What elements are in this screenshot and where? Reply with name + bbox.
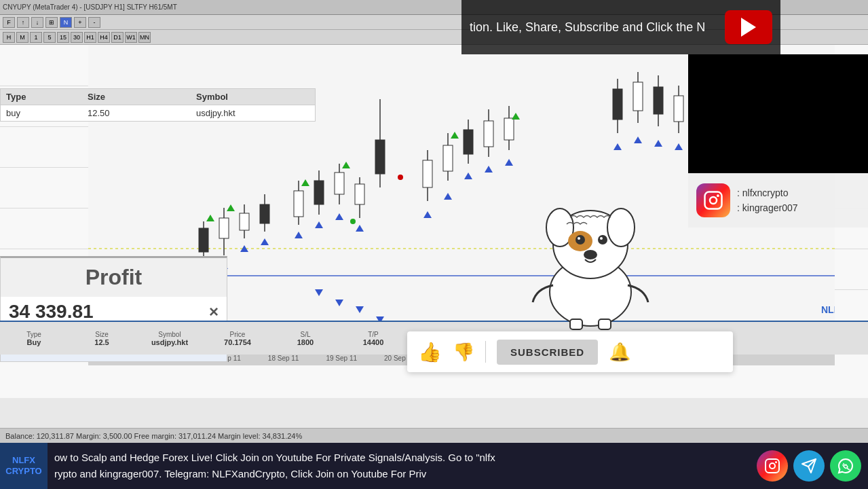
status-text: Balance: 120,311.87 Margin: 3,500.00 Fre… — [5, 432, 302, 440]
svg-rect-18 — [355, 184, 364, 204]
toolbar-btn-11[interactable]: 5 — [43, 32, 56, 43]
svg-rect-30 — [504, 118, 514, 140]
svg-rect-16 — [335, 173, 344, 194]
table-col-type: Type Buy — [7, 331, 61, 346]
svg-point-91 — [578, 237, 580, 240]
svg-point-97 — [770, 463, 775, 469]
toolbar-btn-14[interactable]: H1 — [84, 32, 96, 43]
svg-rect-24 — [443, 145, 453, 171]
toolbar-btn-13[interactable]: 30 — [71, 32, 83, 43]
svg-rect-10 — [260, 204, 269, 223]
nlfx-logo-line2: CRYPTO — [5, 466, 41, 477]
svg-point-92 — [600, 237, 603, 240]
svg-rect-38 — [674, 96, 683, 122]
bottom-ticker: ow to Scalp and Hedge Forex Live! Click … — [48, 450, 757, 482]
nlfx-logo: NLFX CRYPTO — [0, 443, 48, 489]
notification-text: tion. Like, Share, Subscribe and Click t… — [470, 20, 718, 35]
youtube-button[interactable] — [725, 10, 772, 44]
svg-point-90 — [598, 235, 607, 244]
toolbar-btn-2[interactable]: ↑ — [17, 17, 29, 28]
profit-label: Profit — [1, 258, 227, 297]
svg-point-98 — [775, 461, 777, 463]
toolbar-btn-10[interactable]: 1 — [30, 32, 42, 43]
youtube-play-icon — [741, 18, 756, 37]
dog-mascot — [509, 183, 672, 333]
table-col-sl: S/L 1800 — [278, 331, 333, 346]
subscribed-button[interactable]: SUBSCRIBED — [497, 340, 598, 365]
bottom-social-icons — [757, 450, 868, 482]
svg-rect-6 — [219, 218, 229, 238]
telegram-icon[interactable] — [793, 450, 825, 482]
toolbar-btn-4[interactable]: ⊞ — [45, 17, 58, 28]
toolbar-btn-5[interactable]: N — [60, 17, 72, 28]
svg-point-75 — [398, 175, 403, 180]
trade-symbol: usdjpy.hkt — [196, 108, 309, 118]
dislike-button[interactable]: 👎 — [453, 342, 474, 363]
svg-point-83 — [717, 194, 719, 197]
svg-rect-34 — [633, 82, 643, 111]
trade-info-header: Type Size Symbol — [1, 89, 315, 105]
svg-rect-28 — [484, 121, 493, 147]
svg-text:NLFX: NLFX — [821, 304, 835, 315]
timeline-date-4: 18 Sep 11 — [268, 355, 299, 362]
svg-point-93 — [584, 250, 597, 259]
svg-rect-4 — [199, 228, 208, 252]
notification-bar: tion. Like, Share, Subscribe and Click t… — [461, 0, 780, 54]
bottom-bar: NLFX CRYPTO ow to Scalp and Hedge Forex … — [0, 443, 868, 489]
instagram-text: : nlfxncrypto : kingrager007 — [737, 185, 798, 216]
col-symbol-header: Symbol — [196, 92, 309, 102]
svg-point-82 — [710, 197, 717, 204]
toolbar-btn-7[interactable]: - — [88, 17, 100, 28]
trade-info-panel: Type Size Symbol buy 12.50 usdjpy.hkt — [0, 88, 316, 122]
svg-rect-26 — [464, 130, 473, 154]
svg-point-87 — [607, 209, 635, 247]
nlfx-logo-line1: NLFX — [12, 455, 35, 466]
trade-info-row: buy 12.50 usdjpy.hkt — [1, 105, 315, 121]
profit-value: 34 339.81 — [9, 301, 94, 323]
toolbar-btn-3[interactable]: ↓ — [31, 17, 43, 28]
toolbar-btn-18[interactable]: MN — [138, 32, 151, 43]
svg-rect-95 — [599, 319, 611, 329]
ticker-line1: ow to Scalp and Hedge Forex Live! Click … — [54, 450, 750, 466]
svg-rect-22 — [423, 160, 432, 187]
svg-rect-20 — [375, 140, 385, 174]
status-bar: Balance: 120,311.87 Margin: 3,500.00 Fre… — [0, 428, 868, 443]
timeline-date-5: 19 Sep 11 — [326, 355, 357, 362]
profit-close-button[interactable]: × — [209, 302, 219, 321]
instagram-panel: : nlfxncrypto : kingrager007 — [688, 173, 868, 228]
svg-rect-94 — [570, 319, 582, 329]
ticker-line2: rypto and kingrager007. Telegram: NLFXan… — [54, 466, 750, 482]
svg-rect-32 — [613, 89, 622, 120]
svg-rect-96 — [766, 459, 779, 473]
whatsapp-icon[interactable] — [830, 450, 861, 482]
trade-size: 12.50 — [88, 108, 196, 118]
col-size-header: Size — [88, 92, 196, 102]
svg-rect-14 — [314, 181, 324, 204]
toolbar-btn-15[interactable]: H4 — [98, 32, 110, 43]
like-button[interactable]: 👍 — [418, 341, 442, 363]
ig-handle2: : kingrager007 — [737, 200, 798, 215]
separator — [485, 341, 486, 363]
svg-point-89 — [575, 235, 585, 244]
instagram-logo-icon — [696, 183, 730, 217]
instagram-icon[interactable] — [757, 450, 788, 482]
toolbar-btn-16[interactable]: D1 — [111, 32, 124, 43]
toolbar-btn-9[interactable]: M — [16, 32, 29, 43]
toolbar-btn-12[interactable]: 15 — [57, 32, 69, 43]
col-type-header: Type — [6, 92, 88, 102]
svg-point-74 — [350, 219, 356, 224]
toolbar-btn-17[interactable]: W1 — [125, 32, 137, 43]
trade-type: buy — [6, 108, 88, 118]
table-col-symbol: Symbol usdjpy.hkt — [143, 331, 197, 346]
toolbar-btn-6[interactable]: + — [74, 17, 86, 28]
table-col-size: Size 12.5 — [75, 331, 129, 346]
svg-rect-12 — [294, 191, 303, 217]
toolbar-btn-1[interactable]: F — [3, 17, 15, 28]
svg-rect-36 — [654, 87, 663, 114]
window-title: CNYUPY (MetaTrader 4) - [USDJPY H1] SLTF… — [3, 3, 177, 11]
svg-rect-8 — [240, 213, 249, 230]
toolbar-btn-8[interactable]: H — [3, 32, 15, 43]
ig-handle1: : nlfxncrypto — [737, 185, 798, 200]
bell-button[interactable]: 🔔 — [609, 342, 630, 363]
table-col-tp: T/P 14400 — [346, 331, 400, 346]
